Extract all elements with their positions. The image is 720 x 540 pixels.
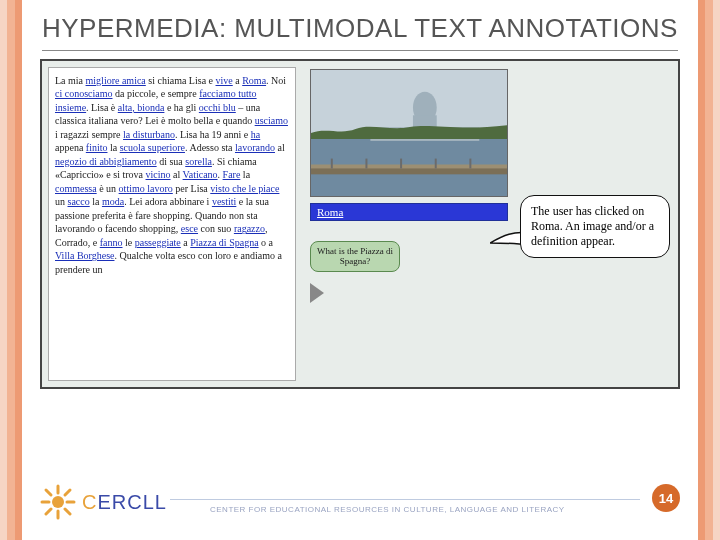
logo: CERCLL (40, 484, 167, 520)
play-arrow-icon[interactable] (310, 283, 324, 303)
content-panel: La mia migliore amica si chiama Lisa e v… (40, 59, 680, 389)
explanation-callout: The user has clicked on Roma. An image a… (520, 195, 670, 258)
title-underline (42, 50, 678, 51)
sun-icon (40, 484, 76, 520)
decorative-stripes-left (0, 0, 22, 540)
svg-point-12 (52, 496, 64, 508)
svg-rect-11 (469, 158, 471, 168)
glossed-term[interactable]: ci conosciamo (55, 88, 112, 99)
svg-rect-10 (435, 158, 437, 168)
glossed-term[interactable]: sorella (185, 156, 212, 167)
glossed-term[interactable]: Villa Borghese (55, 250, 114, 261)
glossed-term[interactable]: visto che le piace (210, 183, 279, 194)
footer-divider (170, 499, 640, 500)
svg-line-20 (65, 490, 70, 495)
glossed-term[interactable]: ha (251, 129, 260, 140)
page-number-badge: 14 (652, 484, 680, 512)
footer: CERCLL CENTER FOR EDUCATIONAL RESOURCES … (40, 470, 680, 526)
glossed-term[interactable]: Piazza di Spagna (190, 237, 258, 248)
decorative-stripes-right (698, 0, 720, 540)
glossed-term[interactable]: occhi blu (199, 102, 236, 113)
passage-text: La mia migliore amica si chiama Lisa e v… (48, 67, 296, 381)
glossed-term[interactable]: lavorando (235, 142, 275, 153)
svg-line-17 (46, 490, 51, 495)
svg-rect-6 (311, 168, 507, 174)
glossed-term[interactable]: vicino (146, 169, 171, 180)
glossed-term[interactable]: Fare (223, 169, 241, 180)
glossed-term[interactable]: scuola superiore (120, 142, 185, 153)
annotation-image (310, 69, 508, 197)
svg-rect-8 (365, 158, 367, 168)
svg-line-18 (65, 509, 70, 514)
svg-line-19 (46, 509, 51, 514)
svg-rect-9 (400, 158, 402, 168)
annotation-label-bar[interactable]: Roma (310, 203, 508, 221)
glossed-term[interactable]: esce (181, 223, 198, 234)
glossed-term[interactable]: sacco (68, 196, 90, 207)
svg-rect-7 (331, 158, 333, 168)
glossed-term[interactable]: la disturbano (123, 129, 175, 140)
glossed-term[interactable]: negozio di abbigliamento (55, 156, 157, 167)
glossed-term[interactable]: passeggiate (135, 237, 181, 248)
footer-org-text: CENTER FOR EDUCATIONAL RESOURCES IN CULT… (210, 505, 565, 514)
glossed-term[interactable]: fanno (100, 237, 123, 248)
glossed-term[interactable]: migliore amica (86, 75, 146, 86)
glossed-term[interactable]: alta, bionda (118, 102, 165, 113)
glossed-term[interactable]: ragazzo (234, 223, 265, 234)
glossed-term[interactable]: usciamo (255, 115, 288, 126)
glossed-term[interactable]: finito (86, 142, 108, 153)
quiz-button[interactable]: What is the Piazza di Spagna? (310, 241, 400, 272)
slide: HYPERMEDIA: MULTIMODAL TEXT ANNOTATIONS … (0, 0, 720, 540)
glossed-term[interactable]: Roma (242, 75, 266, 86)
glossed-term[interactable]: ottimo lavoro (119, 183, 173, 194)
glossed-term[interactable]: vestiti (212, 196, 236, 207)
glossed-term[interactable]: Vaticano (183, 169, 218, 180)
glossed-term[interactable]: vive (216, 75, 233, 86)
logo-text: CERCLL (82, 491, 167, 514)
glossed-term[interactable]: commessa (55, 183, 97, 194)
glossed-term[interactable]: moda (102, 196, 124, 207)
slide-title: HYPERMEDIA: MULTIMODAL TEXT ANNOTATIONS (22, 0, 698, 48)
